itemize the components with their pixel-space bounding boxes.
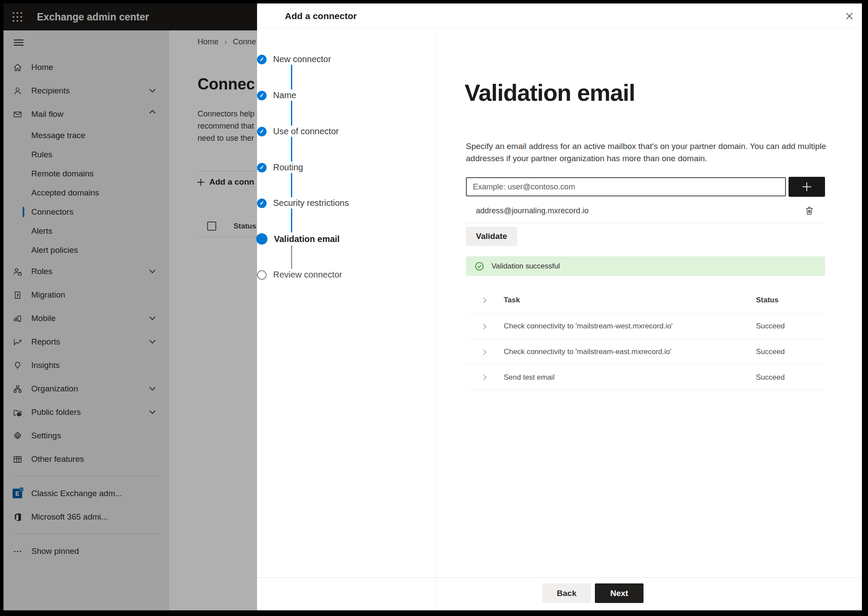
status-cell: Succeed (756, 373, 825, 382)
success-check-icon (475, 262, 484, 271)
step-current-icon (256, 233, 267, 245)
stepper-line (291, 173, 292, 197)
step-page-title: Validation email (465, 79, 635, 106)
step-description: Specify an email address for an active m… (466, 140, 833, 165)
wizard-step-validation-email[interactable]: Validation email (256, 233, 340, 245)
validate-button[interactable]: Validate (466, 227, 517, 246)
back-button[interactable]: Back (542, 583, 591, 603)
trash-icon[interactable] (803, 205, 815, 217)
step-todo-icon (257, 270, 267, 280)
wizard-step-review-connector[interactable]: Review connector (257, 270, 342, 280)
wizard-step-routing[interactable]: ✓ Routing (257, 162, 303, 172)
stepper-line (291, 65, 292, 89)
add-connector-panel: Add a connector ✓ New connector ✓ Name ✓… (257, 3, 862, 610)
footer-divider (257, 577, 862, 578)
table-row: Check connectivity to 'mailstream-west.m… (466, 313, 825, 339)
step-done-icon: ✓ (257, 127, 267, 136)
stepper-line (291, 209, 292, 232)
divider (466, 223, 825, 223)
chevron-right-icon[interactable] (481, 298, 486, 303)
table-header-row: Task Status (466, 287, 825, 313)
next-button[interactable]: Next (595, 583, 644, 603)
step-done-icon: ✓ (257, 91, 267, 100)
added-address-row: address@journaling.mxrecord.io (466, 202, 825, 220)
wizard-step-name[interactable]: ✓ Name (257, 90, 296, 100)
wizard-step-security-restrictions[interactable]: ✓ Security restrictions (257, 198, 349, 208)
stepper-line (291, 137, 292, 162)
email-address-input[interactable] (466, 177, 786, 196)
wizard-step-new-connector[interactable]: ✓ New connector (257, 54, 331, 64)
modal-dim-overlay (3, 3, 257, 610)
added-address-value: address@journaling.mxrecord.io (476, 206, 588, 215)
stepper-line (291, 101, 292, 126)
step-done-icon: ✓ (257, 55, 267, 64)
status-cell: Succeed (756, 348, 825, 356)
stepper-divider (436, 29, 436, 610)
task-cell: Send test email (504, 373, 756, 382)
chevron-right-icon[interactable] (481, 349, 486, 355)
add-address-button[interactable] (789, 177, 825, 197)
chevron-right-icon[interactable] (481, 324, 486, 329)
step-done-icon: ✓ (257, 199, 267, 208)
chevron-right-icon[interactable] (481, 374, 486, 380)
validation-success-banner: Validation successful (466, 256, 825, 276)
table-row: Send test email Succeed (466, 364, 825, 390)
task-cell: Check connectivity to 'mailstream-west.m… (504, 322, 756, 331)
stepper-line (291, 245, 292, 269)
task-column-header: Task (504, 296, 756, 305)
step-done-icon: ✓ (257, 163, 267, 172)
panel-header: Add a connector (257, 3, 862, 29)
close-icon[interactable] (843, 10, 855, 23)
wizard-step-use-of-connector[interactable]: ✓ Use of connector (257, 126, 339, 136)
status-cell: Succeed (756, 322, 825, 331)
success-message: Validation successful (492, 262, 560, 271)
plus-icon (800, 180, 813, 193)
task-cell: Check connectivity to 'mailstream-east.m… (504, 348, 756, 356)
app-screen: Exchange admin center Home Recipients Ma… (3, 3, 862, 610)
status-column-header: Status (756, 296, 825, 305)
validation-task-table: Task Status Check connectivity to 'mails… (466, 287, 825, 390)
table-row: Check connectivity to 'mailstream-east.m… (466, 339, 825, 364)
panel-title: Add a connector (285, 3, 357, 29)
